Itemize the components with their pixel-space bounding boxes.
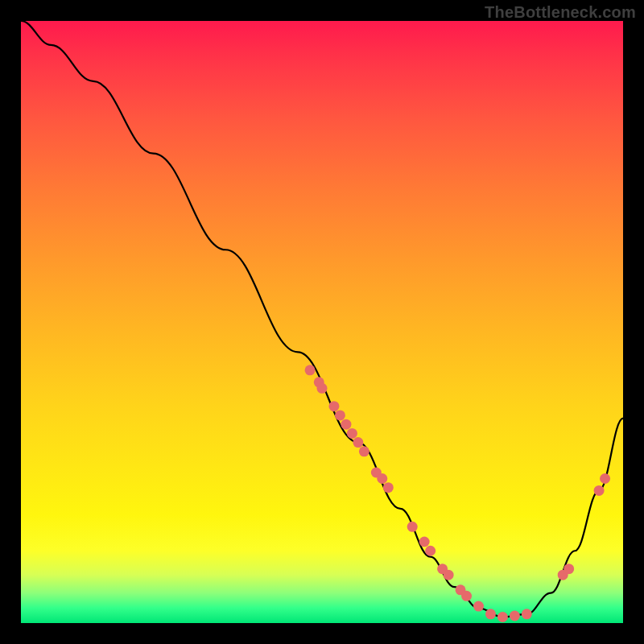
watermark-label: TheBottleneck.com xyxy=(485,3,636,22)
data-point xyxy=(600,473,610,484)
data-point xyxy=(594,485,605,496)
data-point xyxy=(335,410,345,420)
data-point xyxy=(341,419,351,430)
data-point xyxy=(419,537,430,547)
data-point xyxy=(522,609,532,619)
data-point xyxy=(473,601,484,612)
data-point xyxy=(407,522,418,532)
data-point xyxy=(317,383,328,394)
data-point xyxy=(359,446,369,456)
data-point xyxy=(461,591,472,601)
curve-path xyxy=(21,21,623,617)
chart-area xyxy=(21,21,623,623)
data-point xyxy=(510,611,520,621)
data-point xyxy=(377,473,387,484)
data-point xyxy=(383,482,394,493)
chart-svg xyxy=(21,21,623,623)
data-point xyxy=(353,437,363,448)
data-point xyxy=(564,564,574,574)
data-point xyxy=(425,546,436,556)
data-point xyxy=(497,612,508,622)
data-point xyxy=(347,428,357,439)
data-point xyxy=(444,570,454,580)
data-point xyxy=(305,365,316,375)
data-point xyxy=(485,609,496,619)
points-group xyxy=(305,365,611,622)
data-point xyxy=(328,401,339,411)
